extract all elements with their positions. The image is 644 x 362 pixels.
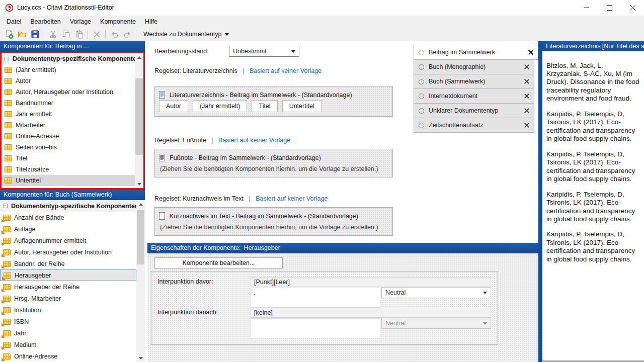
menu-vorlage[interactable]: Vorlage — [65, 16, 96, 28]
close-icon[interactable] — [524, 64, 529, 69]
group-label: Dokumententyp-spezifische Komponenten — [11, 203, 136, 210]
component-item[interactable]: Jahr ermittelt — [2, 109, 135, 120]
before-style-dropdown[interactable]: Neutral — [381, 287, 491, 298]
component-item[interactable]: Online-Adresse — [2, 131, 135, 142]
menu-datei[interactable]: Datei — [2, 16, 26, 28]
maximize-button[interactable] — [598, 0, 621, 16]
new-style-icon[interactable] — [3, 29, 16, 40]
edit-component-button[interactable]: Komponente bearbeiten... — [154, 257, 283, 268]
template-fussnote[interactable]: Fußnote - Beitrag im Sammelwerk - (Stand… — [154, 149, 393, 177]
scrollbar-thumb[interactable] — [135, 78, 143, 155]
tab-unklarer-dokumententyp[interactable]: Unklarer Dokumententyp — [414, 103, 534, 118]
component-item[interactable]: Autor, Herausgeber oder Institution — [0, 246, 136, 258]
component-item[interactable]: Institution — [0, 304, 136, 316]
close-button[interactable] — [621, 0, 644, 16]
radio-icon[interactable] — [419, 94, 424, 99]
preview-panel: Literaturverzeichnis [Nur Titel des akt … — [542, 41, 644, 362]
scroll-down-icon[interactable] — [136, 354, 145, 362]
scrollbar[interactable] — [135, 53, 143, 188]
ruleset-kurznachweis-row: Regelset: Kurznachweis im Text | Basiert… — [154, 195, 328, 202]
radio-icon[interactable] — [419, 64, 424, 70]
component-item[interactable]: Auflage — [0, 223, 136, 235]
component-item[interactable]: Bandnummer — [2, 98, 135, 109]
panel-splitter[interactable] — [538, 41, 542, 362]
save-icon[interactable] — [29, 29, 42, 40]
collapse-icon[interactable] — [3, 204, 8, 208]
component-icon — [5, 144, 12, 151]
component-used-icon — [3, 295, 11, 302]
component-item[interactable]: Seiten von–bis — [2, 142, 135, 153]
template-title-row: Kurznachweis im Text - Beitrag im Sammel… — [155, 208, 392, 220]
after-style-dropdown[interactable]: Neutral — [381, 318, 491, 329]
before-input[interactable]: . — [251, 288, 380, 308]
menu-komponente[interactable]: Komponente — [96, 16, 140, 28]
close-icon[interactable] — [528, 50, 533, 55]
scroll-up-icon[interactable] — [136, 200, 145, 208]
undo-icon — [108, 29, 121, 40]
component-item-selected[interactable]: Herausgeber — [0, 269, 136, 281]
doctype-tabs: Beitrag im Sammelwerk Buch (Monographie)… — [414, 45, 538, 133]
tab-beitrag-im-sammelwerk[interactable]: Beitrag im Sammelwerk — [414, 45, 538, 60]
template-title-row: Literaturverzeichnis - Beitrag im Sammel… — [155, 86, 392, 99]
component-item[interactable]: Mitarbeiter — [2, 120, 135, 131]
component-item[interactable]: Titelzusätze — [2, 164, 135, 175]
component-group-header[interactable]: Dokumententyp-spezifische Komponenten — [2, 53, 135, 64]
components-panel2-header: Komponenten für: Buch (Sammelwerk) — [0, 190, 145, 200]
based-on-link[interactable]: Basiert auf keiner Vorlage — [256, 195, 328, 202]
component-chip[interactable]: Untertitel — [282, 100, 321, 112]
component-chip[interactable]: Autor — [159, 100, 188, 112]
status-dropdown[interactable]: Unbestimmt — [229, 46, 299, 57]
menu-bearbeiten[interactable]: Bearbeiten — [26, 16, 65, 28]
group-label: Dokumententyp-spezifische Komponenten — [13, 55, 135, 62]
minimize-button[interactable] — [575, 0, 598, 16]
component-item[interactable]: (Jahr ermittelt) — [2, 64, 135, 75]
component-item[interactable]: Autor — [2, 75, 135, 86]
component-item[interactable]: Jahr — [0, 327, 136, 339]
based-on-link[interactable]: Basiert auf keiner Vorlage — [218, 137, 290, 144]
component-item[interactable]: Autor, Herausgeber oder Institution — [2, 86, 135, 98]
radio-icon[interactable] — [419, 123, 424, 128]
component-item[interactable]: Titel — [2, 153, 135, 164]
scroll-up-icon[interactable] — [135, 53, 143, 61]
template-title: Literaturverzeichnis - Beitrag im Sammel… — [170, 92, 352, 99]
template-title: Fußnote - Beitrag im Sammelwerk - (Stand… — [170, 154, 321, 161]
template-kurznachweis[interactable]: Kurznachweis im Text - Beitrag im Sammel… — [154, 207, 393, 236]
component-item[interactable]: ISBN — [0, 316, 136, 327]
component-item[interactable]: Anzahl der Bände — [0, 212, 136, 223]
tab-buch-monographie[interactable]: Buch (Monographie) — [414, 59, 534, 74]
tab-buch-sammelwerk[interactable]: Buch (Sammelwerk) — [414, 74, 534, 89]
component-icon — [5, 166, 12, 173]
scrollbar[interactable] — [136, 200, 145, 362]
component-group-header[interactable]: Dokumententyp-spezifische Komponenten — [0, 200, 136, 212]
component-chip[interactable]: Titel — [252, 100, 277, 112]
based-on-link[interactable]: Basiert auf keiner Vorlage — [250, 67, 321, 74]
component-item[interactable]: Auflagennummer ermittelt — [0, 235, 136, 246]
component-item[interactable]: Bandnr. der Reihe — [0, 258, 136, 269]
component-chip[interactable]: (Jahr ermittelt) — [193, 100, 248, 112]
tab-zeitschriftenaufsatz[interactable]: Zeitschriftenaufsatz — [414, 118, 534, 133]
tab-internetdokument[interactable]: Internetdokument — [414, 88, 534, 104]
close-icon[interactable] — [524, 108, 529, 113]
chevron-down-icon — [291, 50, 295, 53]
component-item[interactable]: Medium — [0, 339, 136, 350]
component-item[interactable]: Hrsg.-Mitarbeiter — [0, 293, 136, 304]
radio-icon[interactable] — [419, 50, 424, 55]
radio-icon[interactable] — [419, 79, 424, 84]
status-label: Bearbeitungsstand: — [154, 48, 209, 55]
component-used-icon — [3, 226, 11, 233]
scroll-down-icon[interactable] — [135, 180, 143, 188]
switch-doctype-dropdown[interactable]: Wechsle zu Dokumententyp — [143, 31, 229, 38]
template-literaturverzeichnis[interactable]: Literaturverzeichnis - Beitrag im Sammel… — [154, 86, 393, 117]
component-item[interactable]: Herausgeber der Reihe — [0, 281, 136, 293]
component-item[interactable]: Online-Adresse — [0, 350, 136, 362]
close-icon[interactable] — [524, 94, 529, 99]
close-icon[interactable] — [524, 79, 529, 84]
menu-hilfe[interactable]: Hilfe — [140, 16, 162, 28]
radio-icon[interactable] — [419, 108, 424, 114]
scrollbar-thumb[interactable] — [137, 210, 144, 264]
after-input[interactable] — [251, 318, 380, 338]
close-icon[interactable] — [524, 123, 529, 128]
component-item-selected[interactable]: Untertitel — [2, 175, 135, 186]
open-icon[interactable] — [16, 29, 29, 40]
collapse-icon[interactable] — [5, 57, 9, 61]
